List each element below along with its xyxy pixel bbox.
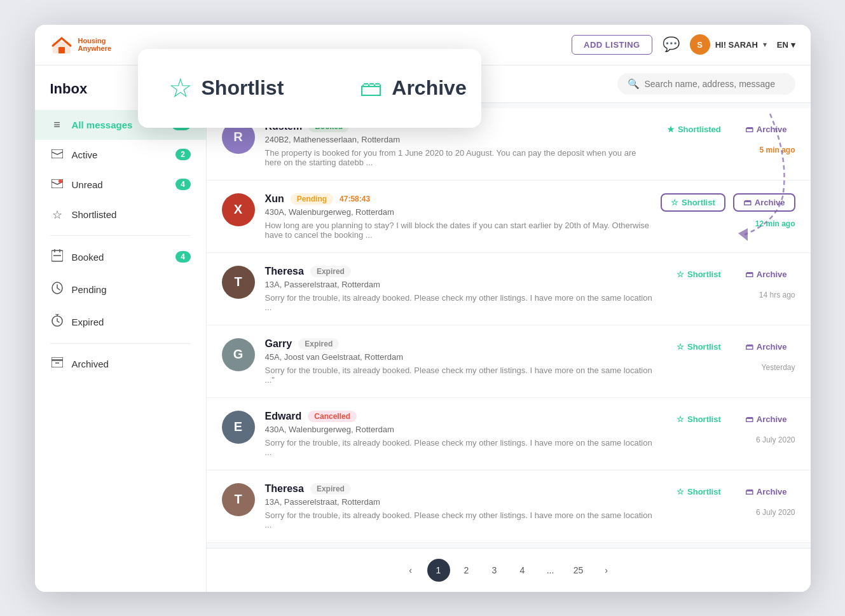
shortlist-archive-tooltip: ☆ Shortlist 🗃 Archive	[138, 49, 481, 128]
sidebar-booked-label: Booked	[72, 252, 168, 263]
message-header: Edward Cancelled	[265, 411, 658, 422]
sidebar-shortlisted-label: Shortlisted	[72, 209, 191, 220]
svg-rect-3	[52, 149, 63, 158]
tooltip-shortlist-label: Shortlist	[202, 76, 284, 100]
star-outline-icon: ☆	[677, 270, 684, 279]
user-area[interactable]: S HI! SARAH ▾	[690, 34, 767, 55]
message-header: Xun Pending 47:58:43	[265, 193, 651, 205]
message-header: Theresa Expired	[265, 483, 658, 495]
prev-page-button[interactable]: ‹	[399, 559, 422, 582]
sidebar-item-shortlisted[interactable]: ☆ Shortlisted	[35, 200, 206, 230]
shortlist-button[interactable]: ☆ Shortlist	[668, 266, 729, 283]
svg-rect-14	[52, 360, 63, 367]
action-buttons-row2: ☆ Shortlist 🗃 Archive	[661, 193, 795, 212]
search-input[interactable]	[645, 79, 785, 89]
active-badge: 2	[175, 149, 191, 160]
logo-icon	[50, 33, 73, 56]
sidebar-item-active[interactable]: Active 2	[35, 140, 206, 170]
action-buttons-row3: ☆ Shortlist 🗃 Archive	[668, 266, 795, 283]
message-body: Xun Pending 47:58:43 430A, Walenburgerwe…	[265, 193, 651, 240]
table-row[interactable]: T Theresa Expired 13A, Passerelstraat, R…	[207, 253, 811, 325]
archive-icon: 🗃	[743, 198, 752, 207]
archived-icon	[50, 357, 64, 371]
table-row[interactable]: X Xun Pending 47:58:43 430A, Walenburger…	[207, 181, 811, 253]
table-row[interactable]: T Theresa Expired 13A, Passerelstraat, R…	[207, 470, 811, 543]
star-outline-icon: ☆	[677, 487, 684, 496]
chat-icon-button[interactable]: 💬	[663, 36, 680, 53]
avatar: G	[222, 338, 255, 371]
sidebar-item-pending[interactable]: Pending	[35, 273, 206, 306]
archive-button[interactable]: 🗃 Archive	[737, 121, 795, 138]
message-list: R Rustem Booked 240B2, Mathenesserlaan, …	[207, 103, 811, 548]
sidebar-item-archived[interactable]: Archived	[35, 349, 206, 379]
message-actions: ★ Shortlisted 🗃 Archive 5 min ago	[659, 121, 795, 167]
page-button-1[interactable]: 1	[427, 559, 450, 582]
archive-button[interactable]: 🗃 Archive	[737, 411, 795, 428]
sidebar-item-booked[interactable]: Booked 4	[35, 241, 206, 273]
sidebar: Inbox ≡ All messages 10 Active 2	[35, 65, 207, 592]
main-layout: Inbox ≡ All messages 10 Active 2	[35, 65, 811, 592]
lang-selector[interactable]: EN ▾	[777, 40, 795, 50]
message-address: 430A, Walenburgerweg, Rotterdam	[265, 207, 651, 217]
message-body: Theresa Expired 13A, Passerelstraat, Rot…	[265, 483, 658, 530]
status-badge: Expired	[310, 266, 351, 277]
avatar: T	[222, 483, 255, 516]
page-button-25[interactable]: 25	[567, 559, 590, 582]
next-page-button[interactable]: ›	[595, 559, 618, 582]
user-avatar: S	[690, 34, 710, 55]
avatar: T	[222, 266, 255, 299]
pending-icon	[50, 282, 64, 298]
shortlist-button[interactable]: ☆ Shortlist	[668, 338, 729, 355]
message-address: 430A, Walenburgerweg, Rotterdam	[265, 425, 658, 434]
nav-right: ADD LISTING 💬 S HI! SARAH ▾ EN ▾	[572, 34, 795, 55]
unread-icon	[50, 178, 64, 191]
chevron-down-icon: ▾	[763, 40, 767, 49]
archive-button[interactable]: 🗃 Archive	[737, 338, 795, 355]
timer-display: 47:58:43	[340, 195, 370, 203]
status-badge: Expired	[298, 338, 339, 350]
page-button-3[interactable]: 3	[483, 559, 506, 582]
sidebar-divider-1	[50, 235, 191, 236]
table-row[interactable]: G Garry Expired 45A, Joost van Geelstraa…	[207, 325, 811, 398]
all-messages-icon: ≡	[50, 118, 64, 132]
archive-button[interactable]: 🗃 Archive	[737, 266, 795, 283]
shortlisted-button[interactable]: ★ Shortlisted	[659, 121, 729, 138]
svg-point-5	[58, 179, 62, 183]
message-address: 240B2, Mathenesserlaan, Rotterdam	[265, 135, 649, 144]
archive-icon: 🗃	[745, 414, 753, 424]
shortlist-button[interactable]: ☆ Shortlist	[668, 411, 729, 428]
action-buttons-row6: ☆ Shortlist 🗃 Archive	[668, 483, 795, 500]
message-preview: Sorry for the trouble, its already booke…	[265, 293, 658, 312]
unread-badge: 4	[175, 179, 191, 190]
expired-icon	[50, 314, 64, 330]
svg-rect-15	[52, 357, 63, 360]
svg-rect-1	[58, 47, 65, 53]
archive-icon: 🗃	[360, 75, 383, 102]
shortlist-button[interactable]: ☆ Shortlist	[661, 193, 725, 212]
sidebar-item-expired[interactable]: Expired	[35, 306, 206, 338]
message-header: Garry Expired	[265, 338, 658, 350]
archive-button[interactable]: 🗃 Archive	[733, 193, 795, 212]
message-address: 13A, Passerelstraat, Rotterdam	[265, 497, 658, 507]
message-address: 13A, Passerelstraat, Rotterdam	[265, 280, 658, 289]
shortlist-button[interactable]: ☆ Shortlist	[668, 483, 729, 500]
active-icon	[50, 148, 64, 161]
shortlisted-icon: ☆	[50, 208, 64, 222]
page-button-2[interactable]: 2	[455, 559, 478, 582]
content-area: 🔍 R Rustem Booked 240B2, Mathenesserlaan…	[207, 65, 811, 592]
add-listing-button[interactable]: ADD LISTING	[572, 35, 652, 55]
message-address: 45A, Joost van Geelstraat, Rotterdam	[265, 352, 658, 362]
archive-icon: 🗃	[745, 487, 753, 496]
message-preview: The property is booked for you from 1 Ju…	[265, 148, 649, 167]
archive-icon: 🗃	[745, 125, 753, 134]
pagination: ‹ 1 2 3 4 ... 25 ›	[207, 548, 811, 592]
search-input-wrap: 🔍	[617, 73, 795, 95]
user-name: HI! SARAH	[715, 40, 758, 50]
page-button-4[interactable]: 4	[511, 559, 534, 582]
archive-button[interactable]: 🗃 Archive	[737, 483, 795, 500]
message-body: Garry Expired 45A, Joost van Geelstraat,…	[265, 338, 658, 385]
status-badge: Pending	[291, 193, 333, 205]
table-row[interactable]: E Edward Cancelled 430A, Walenburgerweg,…	[207, 398, 811, 470]
sidebar-item-unread[interactable]: Unread 4	[35, 170, 206, 200]
action-buttons-row4: ☆ Shortlist 🗃 Archive	[668, 338, 795, 355]
